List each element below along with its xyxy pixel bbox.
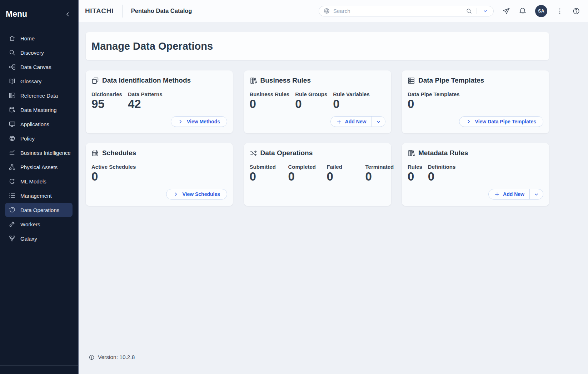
view-schedules-button[interactable]: View Schedules bbox=[166, 189, 227, 200]
version-label: Version: 10.2.8 bbox=[98, 354, 135, 360]
sidebar-item-label: Galaxy bbox=[20, 236, 37, 242]
sidebar-item-label: Reference Data bbox=[20, 93, 58, 99]
sidebar-item-data-mastering[interactable]: Data Mastering bbox=[5, 103, 73, 117]
data-operations-icon bbox=[9, 206, 16, 213]
stacked-rows-icon bbox=[408, 77, 415, 84]
kebab-menu-icon[interactable] bbox=[556, 7, 564, 15]
card-data-pipe-templates: Data Pipe Templates Data Pipe Templates … bbox=[402, 70, 549, 133]
cards-grid: Data Identification Methods Dictionaries… bbox=[86, 70, 549, 206]
sidebar-item-reference-data[interactable]: Reference Data bbox=[5, 88, 73, 103]
stat-rules: Rules 0 bbox=[408, 164, 422, 183]
card-title: Metadata Rules bbox=[418, 149, 468, 157]
home-icon bbox=[9, 35, 16, 42]
add-new-dropdown-toggle[interactable] bbox=[372, 117, 385, 127]
stat-rule-variables: Rule Variables 0 bbox=[333, 91, 370, 111]
sidebar-header: Menu bbox=[0, 0, 78, 22]
stat-data-pipe-templates: Data Pipe Templates 0 bbox=[408, 91, 460, 111]
shuffle-icon bbox=[250, 149, 257, 157]
chevron-right-icon bbox=[178, 119, 183, 124]
sidebar-item-galaxy[interactable]: Galaxy bbox=[5, 231, 73, 246]
galaxy-icon bbox=[9, 235, 16, 242]
sidebar-item-label: Data Operations bbox=[20, 207, 59, 213]
collapse-sidebar-icon[interactable] bbox=[65, 11, 71, 18]
sidebar-item-label: Physical Assets bbox=[20, 164, 58, 170]
card-business-rules: Business Rules Business Rules 0 Rule Gro… bbox=[244, 70, 391, 133]
plus-icon bbox=[494, 192, 500, 197]
search-icon bbox=[9, 49, 16, 56]
header-divider bbox=[122, 5, 123, 18]
stat-business-rules: Business Rules 0 bbox=[250, 91, 290, 111]
global-search bbox=[319, 6, 494, 16]
sidebar-item-workers[interactable]: Workers bbox=[5, 217, 73, 231]
card-title: Data Operations bbox=[260, 149, 313, 157]
stat-data-patterns: Data Patterns 42 bbox=[128, 91, 163, 111]
data-mastering-icon bbox=[9, 106, 16, 113]
card-data-operations: Data Operations Submitted 0 Completed 0 … bbox=[244, 143, 391, 206]
view-data-pipe-templates-button[interactable]: View Data Pipe Templates bbox=[459, 116, 543, 127]
sidebar-item-physical-assets[interactable]: Physical Assets bbox=[5, 160, 73, 174]
business-intelligence-icon bbox=[9, 149, 16, 156]
search-scope-dropdown[interactable] bbox=[477, 8, 493, 14]
globe-icon bbox=[323, 8, 330, 14]
glossary-icon bbox=[9, 78, 16, 85]
stat-rule-groups: Rule Groups 0 bbox=[295, 91, 327, 111]
sidebar-item-label: Business Intelligence bbox=[20, 150, 71, 156]
notifications-bell-icon[interactable] bbox=[519, 7, 527, 15]
app-title: Pentaho Data Catalog bbox=[131, 8, 192, 14]
sidebar-item-applications[interactable]: Applications bbox=[5, 117, 73, 131]
sidebar-item-policy[interactable]: Policy bbox=[5, 131, 73, 146]
sidebar-item-ml-models[interactable]: ML Models bbox=[5, 174, 73, 188]
sidebar-item-label: Glossary bbox=[20, 78, 41, 84]
add-new-button[interactable]: Add New bbox=[331, 117, 372, 127]
sidebar-item-label: Discovery bbox=[20, 50, 44, 56]
add-new-dropdown-toggle[interactable] bbox=[529, 189, 543, 199]
card-title: Business Rules bbox=[260, 77, 311, 84]
sidebar-item-management[interactable]: Management bbox=[5, 188, 73, 203]
sidebar-item-label: Applications bbox=[20, 121, 49, 127]
help-icon[interactable] bbox=[572, 7, 580, 15]
sidebar-item-home[interactable]: Home bbox=[5, 31, 73, 45]
search-input[interactable] bbox=[333, 8, 462, 14]
sidebar: Menu Home Discovery Data Canvas bbox=[0, 0, 79, 374]
stat-definitions: Definitions 0 bbox=[428, 164, 456, 183]
stat-terminated: Terminated 0 bbox=[365, 164, 393, 183]
add-new-split-button: Add New bbox=[330, 116, 385, 127]
page-title: Manage Data Operations bbox=[91, 40, 213, 52]
sidebar-item-data-canvas[interactable]: Data Canvas bbox=[5, 60, 73, 74]
ml-models-icon bbox=[9, 178, 16, 185]
sidebar-nav: Home Discovery Data Canvas Glossary Refe bbox=[0, 31, 78, 246]
add-new-button[interactable]: Add New bbox=[489, 189, 529, 199]
main-area: Manage Data Operations Data Identificati… bbox=[79, 22, 588, 374]
sidebar-item-data-operations[interactable]: Data Operations bbox=[5, 203, 73, 217]
calendar-icon bbox=[91, 149, 99, 157]
info-icon bbox=[89, 354, 95, 360]
chevron-down-icon bbox=[534, 192, 539, 197]
sidebar-item-glossary[interactable]: Glossary bbox=[5, 74, 73, 88]
workers-icon bbox=[9, 221, 16, 228]
view-methods-button[interactable]: View Methods bbox=[171, 116, 227, 127]
version-info: Version: 10.2.8 bbox=[89, 354, 135, 360]
user-avatar[interactable]: SA bbox=[535, 5, 547, 17]
sidebar-item-label: Data Canvas bbox=[20, 64, 51, 70]
sidebar-item-business-intelligence[interactable]: Business Intelligence bbox=[5, 146, 73, 160]
physical-assets-icon bbox=[9, 163, 16, 171]
sidebar-item-label: Policy bbox=[20, 136, 35, 142]
sidebar-item-label: Management bbox=[20, 193, 52, 199]
stat-dictionaries: Dictionaries 95 bbox=[91, 91, 122, 111]
reference-data-icon bbox=[9, 92, 16, 99]
send-icon[interactable] bbox=[502, 7, 510, 15]
copy-icon bbox=[91, 77, 99, 84]
card-metadata-rules: Metadata Rules Rules 0 Definitions 0 bbox=[402, 143, 549, 206]
menu-title: Menu bbox=[6, 9, 27, 19]
card-schedules: Schedules Active Schedules 0 View Schedu… bbox=[86, 143, 233, 206]
card-title: Data Identification Methods bbox=[102, 77, 191, 84]
sidebar-item-label: Workers bbox=[20, 221, 40, 227]
sidebar-item-label: Data Mastering bbox=[20, 107, 57, 113]
stat-completed: Completed 0 bbox=[288, 164, 316, 183]
chevron-right-icon bbox=[173, 192, 178, 197]
stat-active-schedules: Active Schedules 0 bbox=[91, 164, 136, 183]
card-title: Schedules bbox=[102, 149, 136, 157]
search-submit-icon[interactable] bbox=[462, 8, 477, 14]
sidebar-item-discovery[interactable]: Discovery bbox=[5, 45, 73, 60]
hitachi-logo: HITACHI bbox=[85, 7, 114, 15]
